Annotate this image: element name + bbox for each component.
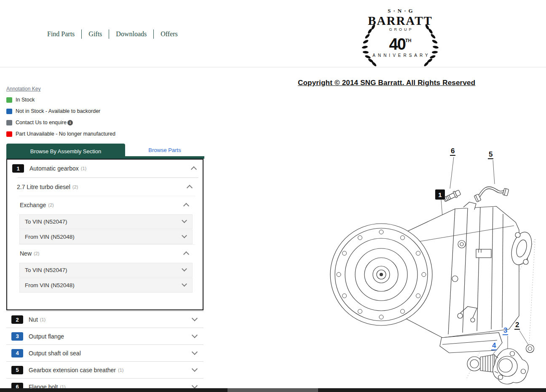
chevron-down-icon bbox=[192, 349, 198, 355]
section-label: Nut bbox=[29, 316, 38, 323]
section-number-badge: 4 bbox=[11, 349, 23, 357]
chevron-down-icon bbox=[192, 332, 198, 338]
section-label: Output flange bbox=[29, 333, 64, 340]
chevron-up-icon bbox=[191, 166, 197, 172]
variant-label: 2.7 Litre turbo diesel bbox=[17, 184, 70, 190]
section-count: (1) bbox=[81, 166, 86, 171]
sng-barratt-logo: S·N·G BARRATT GROUP 40TH ANNIVERSARY bbox=[359, 8, 442, 62]
callout-1-automatic-gearbox[interactable]: 1 bbox=[435, 189, 445, 200]
group-count: (2) bbox=[34, 251, 39, 256]
unavailable-swatch-icon bbox=[6, 131, 12, 137]
legend-label: Part Unavailable - No longer manufacture… bbox=[16, 131, 115, 137]
page: Find Parts Gifts Downloads Offers bbox=[0, 0, 546, 392]
horizontal-scrollbar[interactable] bbox=[0, 388, 546, 392]
legend-backorder: Not in Stock - Available to backorder bbox=[6, 108, 115, 114]
chevron-down-icon bbox=[192, 315, 198, 321]
part-breather-pipe bbox=[474, 188, 509, 202]
option-new-to-vin[interactable]: To VIN (N52047) bbox=[19, 263, 193, 277]
annotation-key-title[interactable]: Annotation Key bbox=[6, 86, 115, 92]
callout-4-oil-seal[interactable]: 4 bbox=[491, 341, 497, 350]
group-new[interactable]: New (2) bbox=[19, 244, 195, 262]
option-label: From VIN (N52048) bbox=[25, 234, 75, 240]
assembly-section-panel: 1 Automatic gearbox (1) 2.7 Litre turbo … bbox=[6, 159, 203, 310]
group-label: New bbox=[20, 250, 32, 257]
chevron-up-icon bbox=[187, 185, 193, 191]
variant-27-litre-turbo-diesel[interactable]: 2.7 Litre turbo diesel (2) bbox=[16, 178, 198, 196]
laurel-right-icon bbox=[423, 24, 442, 67]
legend-enquire: Contact Us to enquire i bbox=[6, 120, 115, 125]
copyright-heading: Copyright © 2014 SNG Barratt. All Rights… bbox=[298, 79, 475, 87]
enquire-swatch-icon bbox=[6, 120, 12, 125]
legend-label: Not in Stock - Available to backorder bbox=[16, 108, 100, 114]
option-label: To VIN (N52047) bbox=[25, 219, 67, 225]
in-stock-swatch-icon bbox=[6, 97, 12, 103]
chevron-down-icon bbox=[182, 281, 187, 287]
group-count: (2) bbox=[48, 203, 54, 208]
logo-sng-text: S·N·G bbox=[359, 8, 442, 14]
part-flange-bolt bbox=[443, 189, 461, 203]
variant-count: (2) bbox=[72, 184, 78, 189]
callout-5-breather[interactable]: 5 bbox=[488, 150, 493, 159]
bell-housing bbox=[330, 224, 432, 325]
legend-in-stock: In Stock bbox=[6, 97, 115, 103]
section-label: Automatic gearbox bbox=[29, 165, 79, 172]
nav-find-parts[interactable]: Find Parts bbox=[40, 29, 82, 39]
browse-tabs: Browse By Assembly Section Browse Parts bbox=[6, 144, 204, 159]
option-new-from-vin[interactable]: From VIN (N52048) bbox=[19, 278, 193, 293]
section-output-flange[interactable]: 3 Output flange bbox=[6, 328, 203, 345]
laurel-left-icon bbox=[358, 24, 377, 67]
callout-6-flange-bolt[interactable]: 6 bbox=[450, 147, 455, 156]
option-label: To VIN (N52047) bbox=[25, 267, 67, 273]
chevron-down-icon bbox=[192, 382, 198, 388]
header: Find Parts Gifts Downloads Offers bbox=[0, 0, 546, 67]
chevron-down-icon bbox=[192, 365, 198, 371]
section-automatic-gearbox[interactable]: 1 Automatic gearbox (1) bbox=[7, 160, 203, 177]
tab-browse-parts[interactable]: Browse Parts bbox=[125, 144, 204, 156]
annotation-key: Annotation Key In Stock Not in Stock - A… bbox=[6, 86, 115, 142]
section-count: (1) bbox=[40, 317, 46, 322]
legend-label: In Stock bbox=[16, 97, 35, 103]
legend-unavailable: Part Unavailable - No longer manufacture… bbox=[6, 131, 115, 137]
part-nut bbox=[526, 345, 534, 353]
section-count: (1) bbox=[118, 368, 123, 373]
chevron-up-icon bbox=[183, 251, 189, 257]
group-label: Exchange bbox=[20, 202, 46, 208]
assembly-sections-list: 2 Nut (1) 3 Output flange 4 Output shaft… bbox=[6, 311, 203, 392]
nav-gifts[interactable]: Gifts bbox=[82, 29, 109, 39]
chevron-down-icon bbox=[182, 233, 187, 238]
section-number-badge: 3 bbox=[11, 332, 23, 341]
info-icon[interactable]: i bbox=[67, 120, 73, 125]
chevron-down-icon bbox=[182, 218, 187, 223]
scrollbar-thumb[interactable] bbox=[228, 388, 318, 392]
group-exchange[interactable]: Exchange (2) bbox=[19, 196, 195, 214]
chevron-down-icon bbox=[182, 266, 187, 272]
section-number-badge: 1 bbox=[12, 164, 24, 173]
option-exchange-to-vin[interactable]: To VIN (N52047) bbox=[19, 214, 193, 229]
option-exchange-from-vin[interactable]: From VIN (N52048) bbox=[19, 229, 193, 244]
callout-2-nut[interactable]: 2 bbox=[514, 321, 520, 330]
section-label: Gearbox extension case breather bbox=[29, 367, 116, 373]
nav-offers[interactable]: Offers bbox=[154, 29, 185, 39]
backorder-swatch-icon bbox=[6, 109, 12, 114]
section-output-shaft-oil-seal[interactable]: 4 Output shaft oil seal bbox=[6, 345, 203, 362]
section-nut[interactable]: 2 Nut (1) bbox=[6, 311, 203, 328]
section-gearbox-extension-case-breather[interactable]: 5 Gearbox extension case breather (1) bbox=[6, 362, 203, 379]
gearbox-exploded-diagram bbox=[329, 139, 546, 392]
section-label: Output shaft oil seal bbox=[29, 350, 81, 357]
section-number-badge: 5 bbox=[11, 366, 23, 374]
part-output-flange bbox=[467, 349, 528, 384]
section-number-badge: 2 bbox=[11, 315, 23, 324]
legend-label: Contact Us to enquire bbox=[16, 120, 67, 125]
callout-3-output-flange[interactable]: 3 bbox=[503, 326, 508, 335]
option-label: From VIN (N52048) bbox=[25, 282, 75, 288]
main-nav: Find Parts Gifts Downloads Offers bbox=[40, 29, 185, 39]
nav-downloads[interactable]: Downloads bbox=[109, 29, 154, 39]
chevron-up-icon bbox=[183, 203, 189, 209]
